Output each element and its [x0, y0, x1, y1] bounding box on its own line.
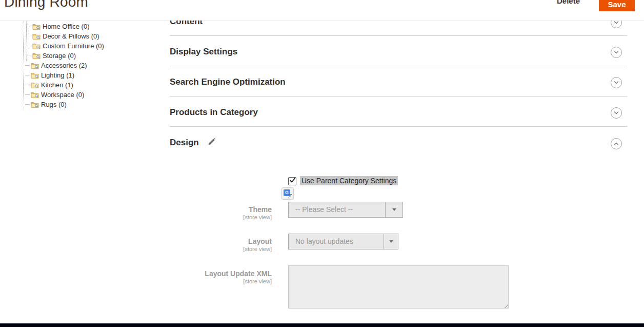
tree-item-home-office[interactable]: Home Office (0) — [27, 22, 104, 31]
page-title: Dining Room — [4, 0, 88, 10]
tree-item-custom-furniture[interactable]: Custom Furniture (0) — [27, 41, 104, 51]
layout-xml-field-label: Layout Update XML [store view] — [170, 270, 272, 285]
chevron-down-icon[interactable] — [611, 107, 622, 119]
tree-item-storage[interactable]: Storage (0) — [27, 51, 104, 61]
tree-item-label: Storage (0) — [43, 52, 76, 60]
category-edit-page: Home Office (0) Decor & Pillows (0) Cust… — [0, 0, 644, 327]
chevron-down-icon[interactable] — [611, 77, 622, 88]
tree-item-kitchen[interactable]: Kitchen (1) — [25, 80, 104, 90]
layout-select[interactable]: No layout updates — [288, 234, 398, 249]
edit-pencil-icon[interactable] — [208, 138, 216, 148]
tree-item-workspace[interactable]: Workspace (0) — [25, 90, 104, 100]
tree-item-label: Accessories (2) — [41, 62, 87, 69]
use-parent-label[interactable]: Use Parent Category Settings — [300, 176, 398, 185]
chevron-up-icon[interactable] — [611, 138, 622, 149]
section-header-design[interactable]: Design — [170, 138, 199, 148]
page-header: Dining Room Delete Save — [0, 0, 644, 21]
folder-icon — [31, 101, 39, 108]
tree-item-accessories[interactable]: Accessories (2) — [25, 61, 104, 70]
folder-icon — [31, 72, 39, 79]
delete-button[interactable]: Delete — [557, 0, 580, 5]
theme-select-value: -- Please Select -- — [295, 205, 353, 214]
tree-item-label: Decor & Pillows (0) — [43, 32, 99, 40]
section-header-products-in-category[interactable]: Products in Category — [170, 107, 258, 118]
section-header-display-settings[interactable]: Display Settings — [170, 47, 237, 57]
tree-item-label: Rugs (0) — [41, 101, 67, 108]
folder-icon — [31, 62, 39, 69]
folder-icon — [31, 82, 39, 88]
select-arrow-icon[interactable] — [385, 202, 402, 217]
folder-icon — [32, 52, 41, 59]
category-tree: Home Office (0) Decor & Pillows (0) Cust… — [23, 22, 104, 109]
select-arrow-icon[interactable] — [384, 234, 398, 249]
tree-item-label: Workspace (0) — [41, 91, 84, 99]
tree-item-label: Kitchen (1) — [41, 81, 73, 89]
layout-select-value: No layout updates — [295, 237, 353, 245]
google-translate-icon[interactable] — [281, 187, 294, 200]
tree-item-decor-pillows[interactable]: Decor & Pillows (0) — [27, 31, 104, 41]
section-divider — [170, 66, 627, 66]
tree-item-label: Home Office (0) — [43, 23, 90, 30]
folder-icon — [32, 43, 41, 49]
section-header-seo[interactable]: Search Engine Optimization — [170, 77, 286, 87]
chevron-down-icon[interactable] — [611, 47, 622, 58]
section-divider — [170, 126, 627, 127]
use-parent-checkbox[interactable] — [288, 177, 296, 185]
section-divider — [170, 96, 627, 97]
save-button[interactable]: Save — [599, 0, 635, 11]
tree-item-label: Lighting (1) — [41, 71, 74, 79]
tree-item-rugs[interactable]: Rugs (0) — [25, 100, 104, 109]
tree-item-label: Custom Furniture (0) — [43, 42, 104, 50]
layout-field-label: Layout [store view] — [170, 237, 272, 253]
section-divider — [170, 35, 627, 36]
taskbar-edge — [0, 323, 644, 327]
checkmark-icon — [289, 177, 296, 184]
tree-item-lighting[interactable]: Lighting (1) — [25, 70, 104, 80]
theme-field-label: Theme [store view] — [170, 205, 272, 221]
folder-icon — [31, 91, 39, 98]
folder-icon — [32, 23, 41, 30]
category-settings-panel: Content Display Settings Search Engine O… — [170, 0, 627, 327]
theme-select[interactable]: -- Please Select -- — [288, 202, 403, 218]
layout-xml-textarea[interactable] — [288, 265, 509, 309]
folder-icon — [32, 33, 41, 40]
